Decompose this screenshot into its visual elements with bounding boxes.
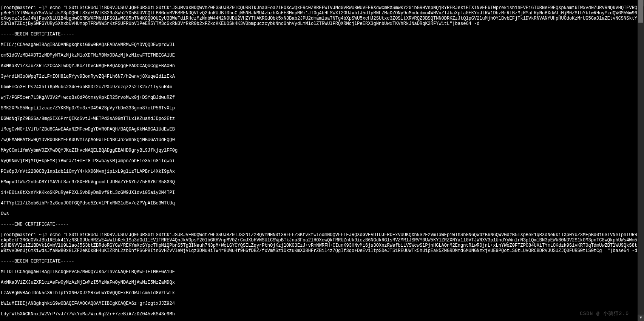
- cert1-line: DGWdNq7pZ9BSSa/8mgSIX6PrrQIKqSvtJ+WETPd3…: [1, 116, 638, 121]
- cert1-line: Ows=: [1, 211, 638, 217]
- cert1-line: wj7/PGF5cen7L3KgAV3V2f+wcqBsOdP6tmsyKpkE…: [1, 95, 638, 100]
- scrollbar-thumb[interactable]: [638, 0, 643, 23]
- cert1-line: HMmpvDfWkZ2nUsD8YTYAVhfSar9/8XERbVqpcmFL…: [1, 180, 638, 185]
- command-1: echo "LS0tLS1CRUdJTiBDRVJUSUZJQ0FURS0tLS…: [1, 5, 637, 26]
- cert1-line: MIIC/jCCAeagAwIBAgIBADANBgkqhkiG9w0BAQsF…: [1, 42, 638, 48]
- cert2-line: FzAVBgNVBAoTDnN5c3RlbTptYXN0ZXJzMRkwFwYD…: [1, 290, 638, 296]
- cert1-line: i4+E01s8tXxnYkKKkoSKPuRyeF2XLSvbByDmBvf9…: [1, 190, 638, 195]
- cert1-line: bbmEmCo3+FPs24XhTi6pWubc234e+abB0Dz2c7PX…: [1, 84, 638, 90]
- cert1-begin: -----BEGIN CERTIFICATE-----: [1, 32, 638, 37]
- cert1-line: /wQFMAMBAf8wHQYDVR0OBBYEFK0UVmTspAo0xlEC…: [1, 137, 638, 143]
- cert1-line: MAyCCmt1YmVybmV0ZXMwDQYJKoZIhvcNAQELBQAD…: [1, 148, 638, 153]
- cert2-line: bWluMIIBIjANBgkqhkiG9w0BAQEFAAOCAQ8AMIIB…: [1, 301, 638, 306]
- shell-prompt: [root@master1 ~]#: [1, 5, 50, 11]
- vertical-scrollbar[interactable]: ▲ ▼: [638, 0, 644, 321]
- cert2-line: MIIDITCCAgmgAwIBAgIIKcbg0PVcG7MwDQYJKoZI…: [1, 269, 638, 275]
- cert1-line: cm5ldGVzMB4XDTIzMDMyMTAzMjkzM1oXDTMzMDMx…: [1, 53, 638, 58]
- cert1-line: 4FTYpt2l/i3ob6ibPr3zGcuJO0fGQPdso5ZcVlPF…: [1, 201, 638, 206]
- command-2: echo "LS0tLS1CRUdJTiBDRVJUSUZJQ0FURS0tLS…: [1, 232, 637, 253]
- cert1-line: AxMKa3ViZXJuZXRlczCCASIwDQYJKoZIhvcNAQEB…: [1, 63, 638, 69]
- shell-prompt: [root@master1 ~]#: [1, 232, 50, 238]
- cert1-line: SMK2XPkS5NqpLilzcae/ZYKKMp0/9m3x+D49A2Sp…: [1, 106, 638, 111]
- cert1-line: PCs6pJ/nVt2280GBylnpldbl1OmyY4+kX06Mvmji…: [1, 169, 638, 174]
- cert1-line: iMcgCvN0+1VifbfZBd8CAwEAAaNZMFcwDgYDVR0P…: [1, 127, 638, 132]
- csdn-watermark: CSDN @ 小骗猫2.0: [580, 311, 629, 316]
- cert1-line: 3y4rd1N3o8Wpq72zLFmIOH8lqRYyv9BonRyvZQ4F…: [1, 74, 638, 79]
- cert2-line: LdyfWt5XACKNnxlW2VrP7vJ/77WkYoMa/WzuRq2Z…: [1, 312, 638, 317]
- cert2-begin: -----BEGIN CERTIFICATE-----: [1, 259, 638, 264]
- cert1-end: -----END CERTIFICATE-----: [1, 222, 638, 227]
- scroll-down-arrow-icon[interactable]: ▼: [638, 315, 644, 321]
- cert1-line: VyQ9NmvjfHjMtQ+kpEYBjiBwra71+mEr8lP3wbay…: [1, 158, 638, 164]
- terminal-output[interactable]: [root@master1 ~]# echo "LS0tLS1CRUdJTiBD…: [0, 0, 639, 321]
- cert2-line: AxMKa3ViZXJuZXRlczAeFw0yMzAzMjEwMzI5MzNa…: [1, 280, 638, 285]
